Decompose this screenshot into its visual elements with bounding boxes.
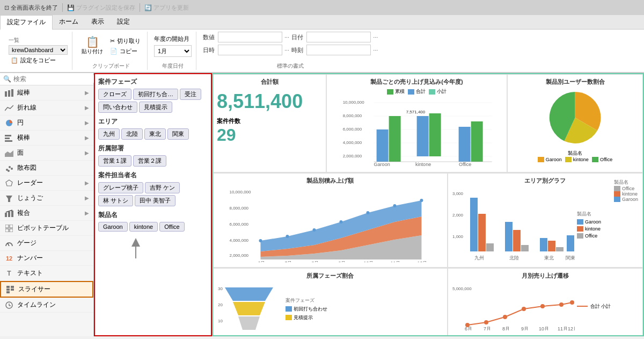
- date-dots[interactable]: ···: [373, 34, 378, 40]
- sidebar-item-pivot[interactable]: ピボットテーブル: [0, 221, 93, 236]
- filter-tag-yoshino[interactable]: 吉野 ケン: [145, 182, 180, 193]
- svg-text:九州: 九州: [474, 255, 484, 261]
- person-title: 案件担当者名: [98, 171, 208, 180]
- date-input[interactable]: [306, 32, 371, 42]
- paste-btn[interactable]: 📋 貼り付け: [79, 35, 106, 57]
- svg-rect-14: [5, 213, 7, 217]
- case-count-label: 案件件数: [217, 117, 323, 125]
- sidebar-item-number[interactable]: 12 ナンバー: [0, 251, 93, 266]
- search-input[interactable]: [13, 75, 94, 83]
- funnel-svg: 30 20 10: [217, 282, 281, 336]
- time-dots[interactable]: ···: [373, 47, 378, 53]
- svg-text:7月: 7月: [284, 261, 292, 262]
- time-input[interactable]: [306, 45, 371, 55]
- datetime-dots[interactable]: ···: [284, 47, 289, 53]
- sidebar-item-line[interactable]: 折れ線 ▶: [0, 100, 93, 116]
- filter-tag-sales1[interactable]: 営業１課: [98, 155, 131, 167]
- filter-tag-hayashi[interactable]: 林 サトシ: [98, 195, 133, 206]
- svg-rect-83: [540, 238, 547, 251]
- svg-rect-5: [5, 138, 10, 139]
- filter-tag-garoon[interactable]: Garoon: [98, 222, 128, 232]
- bar-chart-title: 製品ごとの売り上げ見込み(今年度): [330, 78, 503, 86]
- ribbon-clipboard-group: 📋 貼り付け ✂ 切り取り 📄 コピー クリップボード: [75, 32, 148, 70]
- area-title: エリア: [98, 117, 208, 126]
- datetime-input[interactable]: [218, 45, 282, 55]
- sidebar-item-hbar[interactable]: 横棒 ▶: [0, 131, 93, 146]
- main-layout: 🔍 縦棒 ▶ 折れ線 ▶: [0, 73, 644, 336]
- sidebar-item-gauge[interactable]: ゲージ: [0, 236, 93, 251]
- svg-text:2,000: 2,000: [452, 213, 464, 218]
- sidebar-item-slicer[interactable]: スライサー: [0, 281, 93, 298]
- sidebar-item-area[interactable]: 面 ▶: [0, 146, 93, 161]
- svg-text:20: 20: [218, 302, 223, 307]
- sidebar-item-pie[interactable]: 円 ▶: [0, 116, 93, 131]
- filter-tag-initial[interactable]: 初回打ち合…: [133, 89, 178, 100]
- numeric-field-row: 数値 ··· 日付 ···: [203, 32, 378, 42]
- filter-tag-tanaka[interactable]: 田中 美智子: [135, 195, 175, 206]
- filter-tag-kintone[interactable]: kintone: [129, 222, 158, 232]
- filter-tag-kyushu[interactable]: 九州: [98, 128, 120, 140]
- arrow-annotation: [98, 237, 208, 265]
- svg-rect-84: [548, 241, 555, 251]
- filter-tag-tohoku[interactable]: 東北: [144, 128, 166, 140]
- svg-rect-82: [521, 245, 529, 251]
- region-legend-kintone: kintone: [577, 226, 601, 232]
- chart-middle-row: 製品別積み上げ額 10,000,000 8,000,000 6,000,000 …: [213, 173, 643, 268]
- svg-marker-95: [233, 302, 265, 315]
- svg-rect-44: [416, 116, 428, 156]
- svg-text:10月: 10月: [539, 326, 549, 330]
- svg-marker-12: [6, 180, 12, 186]
- filter-tag-hokuriku[interactable]: 北陸: [121, 128, 143, 140]
- tab-view[interactable]: 表示: [85, 15, 111, 30]
- sidebar-item-text[interactable]: T テキスト: [0, 266, 93, 281]
- filter-tag-office[interactable]: Office: [159, 222, 185, 232]
- cut-btn[interactable]: ✂ 切り取り: [108, 37, 143, 46]
- copy-btn[interactable]: 📄 コピー: [108, 47, 143, 56]
- tab-settings-file[interactable]: 設定ファイル: [0, 15, 53, 30]
- filter-tag-inquiry[interactable]: 問い合わせ: [98, 102, 137, 113]
- svg-text:北陸: 北陸: [509, 255, 519, 261]
- pie-legend-office: Office: [592, 157, 612, 162]
- list-group-content: 一覧 krewDashboard 📋 設定をコピー: [9, 32, 68, 70]
- settings-copy-btn[interactable]: 📋 設定をコピー: [9, 56, 68, 65]
- tab-home[interactable]: ホーム: [53, 15, 85, 30]
- update-app-btn[interactable]: 🔄 アプリを更新: [144, 4, 189, 12]
- line-arrow: ▶: [85, 105, 89, 111]
- exit-fullscreen-btn[interactable]: ⊡ 全画面表示を終了: [4, 4, 58, 12]
- svg-point-66: [420, 199, 423, 202]
- svg-rect-46: [458, 127, 470, 162]
- svg-marker-94: [225, 287, 273, 301]
- filter-tag-sales2[interactable]: 営業２課: [133, 155, 166, 167]
- area-label: 面: [17, 148, 24, 157]
- filter-tag-close[interactable]: クローズ: [98, 89, 131, 100]
- top-bar: ⊡ 全画面表示を終了 💾 プラグイン設定を保存 🔄 アプリを更新: [0, 0, 644, 15]
- number-label: ナンバー: [17, 254, 43, 263]
- date-start-label: 年度の開始月: [154, 35, 192, 43]
- ribbon-date-group: 年度の開始月 1月 年度日付: [150, 32, 196, 70]
- list-select[interactable]: krewDashboard: [9, 45, 68, 55]
- tab-config[interactable]: 設定: [111, 15, 136, 30]
- svg-rect-1: [8, 90, 10, 97]
- sidebar-item-funnel[interactable]: じょうご ▶: [0, 191, 93, 206]
- svg-text:6,000,000: 6,000,000: [342, 127, 362, 132]
- pie-legend-garoon: Garoon: [538, 157, 562, 162]
- sidebar-item-timeline[interactable]: タイムライン: [0, 298, 93, 313]
- sidebar-item-combo[interactable]: 複合 ▶: [0, 206, 93, 221]
- svg-rect-41: [376, 129, 388, 162]
- numeric-dots[interactable]: ···: [284, 34, 289, 40]
- sidebar-item-bar[interactable]: 縦棒 ▶: [0, 85, 93, 100]
- svg-text:Garoon: Garoon: [374, 162, 390, 167]
- save-plugin-btn[interactable]: 💾 プラグイン設定を保存: [67, 4, 135, 12]
- bar-label: 縦棒: [17, 88, 30, 97]
- scissors-icon: ✂: [110, 38, 115, 45]
- filter-tag-estimate[interactable]: 見積提示: [139, 102, 172, 113]
- sidebar-item-radar[interactable]: レーダー ▶: [0, 176, 93, 191]
- date-start-select[interactable]: 1月: [154, 45, 192, 57]
- filter-tag-kanto[interactable]: 関東: [167, 128, 189, 140]
- sidebar-item-scatter[interactable]: 散布図: [0, 161, 93, 176]
- filter-tag-order[interactable]: 受注: [180, 89, 201, 100]
- filter-tag-grape[interactable]: グレープ桃子: [98, 182, 143, 193]
- numeric-input[interactable]: [218, 32, 282, 42]
- scatter-chart-icon: [4, 164, 14, 172]
- date-controls: 年度の開始月 1月: [154, 35, 192, 57]
